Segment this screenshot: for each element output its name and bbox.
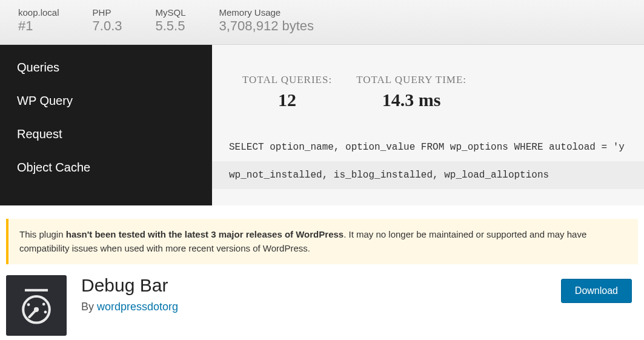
body-row: Queries WP Query Request Object Cache TO… [0, 45, 644, 205]
metric-total-queries: TOTAL QUERIES: 12 [242, 74, 332, 110]
svg-line-6 [29, 309, 36, 316]
stat-php-val: 7.0.3 [93, 18, 122, 35]
sidebar: Queries WP Query Request Object Cache [0, 45, 212, 205]
metric-total-time-value: 14.3 ms [356, 90, 466, 110]
callers-line: wp_not_installed, is_blog_installed, wp_… [212, 161, 644, 189]
compat-warning: This plugin hasn't been tested with the … [6, 219, 638, 264]
plugin-icon [6, 275, 67, 336]
svg-point-4 [44, 310, 47, 313]
plugin-title: Debug Bar [81, 275, 178, 296]
sql-query-line: SELECT option_name, option_value FROM wp… [212, 133, 644, 161]
stat-mysql-val: 5.5.5 [155, 18, 185, 35]
metric-total-queries-value: 12 [242, 90, 332, 110]
stat-memory: Memory Usage 3,708,912 bytes [219, 7, 314, 35]
warning-bold: hasn't been tested with the latest 3 maj… [66, 229, 344, 239]
plugin-author-link[interactable]: wordpressdotorg [97, 301, 178, 313]
metric-total-time: TOTAL QUERY TIME: 14.3 ms [356, 74, 466, 110]
stat-host-val: #1 [18, 18, 59, 35]
content-panel: TOTAL QUERIES: 12 TOTAL QUERY TIME: 14.3… [212, 45, 644, 205]
plugin-actions: Download [561, 275, 638, 303]
stat-host: koop.local #1 [18, 7, 59, 35]
sidebar-item-request[interactable]: Request [0, 118, 212, 151]
svg-point-2 [27, 303, 30, 306]
stat-mysql-key: MySQL [155, 7, 185, 18]
plugin-meta: Debug Bar By wordpressdotorg [81, 275, 178, 313]
sidebar-item-queries[interactable]: Queries [0, 51, 212, 84]
stat-memory-val: 3,708,912 bytes [219, 18, 314, 35]
metric-total-time-label: TOTAL QUERY TIME: [356, 74, 466, 86]
download-button[interactable]: Download [561, 279, 632, 303]
sidebar-item-object-cache[interactable]: Object Cache [0, 151, 212, 184]
stat-mysql: MySQL 5.5.5 [155, 7, 185, 35]
plugin-byline: By wordpressdotorg [81, 301, 178, 313]
svg-rect-0 [25, 288, 48, 291]
query-list: SELECT option_name, option_value FROM wp… [212, 133, 644, 189]
metrics-row: TOTAL QUERIES: 12 TOTAL QUERY TIME: 14.3… [212, 45, 644, 110]
sidebar-item-wp-query[interactable]: WP Query [0, 84, 212, 118]
speedometer-icon [16, 285, 57, 326]
svg-point-3 [42, 302, 45, 305]
stat-php-key: PHP [93, 7, 122, 18]
stat-memory-key: Memory Usage [219, 7, 314, 18]
plugin-header: Debug Bar By wordpressdotorg Download [0, 264, 644, 336]
metric-total-queries-label: TOTAL QUERIES: [242, 74, 332, 86]
stats-bar: koop.local #1 PHP 7.0.3 MySQL 5.5.5 Memo… [0, 0, 644, 45]
by-label: By [81, 301, 97, 313]
stat-host-key: koop.local [18, 7, 59, 18]
plugin-screenshot: koop.local #1 PHP 7.0.3 MySQL 5.5.5 Memo… [0, 0, 644, 205]
warning-prefix: This plugin [19, 229, 66, 239]
stat-php: PHP 7.0.3 [93, 7, 122, 35]
